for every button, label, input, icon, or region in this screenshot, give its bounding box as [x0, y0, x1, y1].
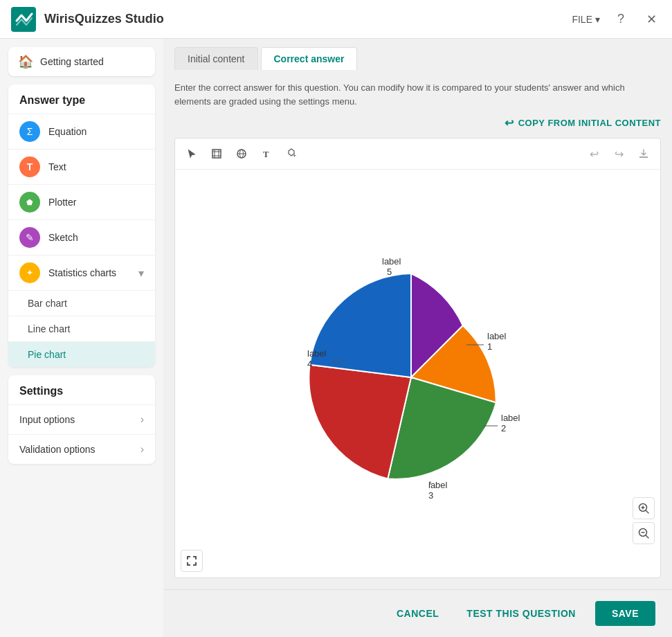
zoom-controls: [633, 497, 655, 544]
sidebar: 🏠 Getting started Answer type Σ Equation…: [0, 39, 163, 637]
bar-chart-label: Bar chart: [28, 298, 67, 309]
bar-chart-item[interactable]: Bar chart: [8, 290, 155, 316]
sketch-label: Sketch: [48, 232, 78, 243]
fullscreen-button[interactable]: [181, 550, 203, 572]
label1-text: label: [487, 331, 507, 341]
line-chart-label: Line chart: [28, 323, 70, 334]
statistics-chevron-icon: ▾: [138, 267, 144, 280]
save-button[interactable]: SAVE: [595, 601, 655, 626]
chart-canvas: label 1 label 2 label 3 label 4: [175, 170, 660, 577]
svg-text:+: +: [293, 152, 296, 159]
file-menu[interactable]: FILE ▾: [572, 14, 600, 25]
svg-rect-1: [212, 150, 221, 158]
zoom-out-button[interactable]: [633, 522, 655, 544]
sketch-icon: ✎: [19, 227, 40, 248]
file-menu-label: FILE: [572, 14, 592, 25]
footer: CANCEL TEST THIS QUESTION SAVE: [163, 589, 672, 637]
main-layout: 🏠 Getting started Answer type Σ Equation…: [0, 39, 672, 637]
svg-text:T: T: [263, 149, 269, 159]
label2-text: label: [501, 413, 520, 423]
label3-value: 3: [428, 490, 433, 501]
svg-line-22: [646, 535, 648, 538]
cancel-button[interactable]: CANCEL: [388, 602, 447, 625]
help-icon[interactable]: ?: [611, 10, 630, 29]
copy-from-label: COPY FROM INITIAL CONTENT: [518, 118, 661, 128]
svg-line-19: [646, 510, 648, 513]
tabs-bar: Initial content Correct answer: [163, 39, 672, 70]
answer-type-title: Answer type: [8, 84, 155, 114]
editor-area: Enter the correct answer for this questi…: [163, 70, 672, 589]
label5-value: 5: [387, 267, 392, 277]
editor-toolbar: T + ↩ ↪: [175, 138, 660, 170]
equation-icon: Σ: [19, 121, 40, 142]
insert-tool-button[interactable]: +: [280, 143, 302, 165]
validation-options-item[interactable]: Validation options ›: [8, 434, 155, 464]
answer-type-sketch[interactable]: ✎ Sketch: [8, 219, 155, 255]
redo-button[interactable]: ↪: [608, 143, 630, 165]
frame-tool-button[interactable]: [206, 143, 228, 165]
answer-type-section: Answer type Σ Equation T Text ⬟ Plotter …: [8, 84, 155, 367]
statistics-sub-items: Bar chart Line chart Pie chart: [8, 290, 155, 367]
input-options-chevron-icon: ›: [140, 413, 144, 426]
title-bar-right: FILE ▾ ? ✕: [572, 10, 661, 29]
editor-canvas: T + ↩ ↪: [174, 138, 661, 578]
home-icon: 🏠: [18, 54, 33, 69]
chevron-down-icon: ▾: [595, 14, 600, 25]
input-options-label: Input options: [19, 414, 75, 425]
label5-text: label: [382, 256, 401, 267]
copy-button-row: ↩ COPY FROM INITIAL CONTENT: [174, 116, 661, 129]
answer-type-equation[interactable]: Σ Equation: [8, 114, 155, 149]
plotter-label: Plotter: [48, 197, 76, 208]
logo-icon: [11, 7, 36, 32]
app-title: WirisQuizzes Studio: [44, 12, 164, 26]
text-icon: T: [19, 156, 40, 177]
tab-correct-answer-label: Correct answer: [274, 53, 345, 64]
statistics-label: Statistics charts: [48, 267, 116, 278]
home-label: Getting started: [40, 56, 104, 67]
svg-rect-0: [11, 7, 36, 32]
slice-label5: [309, 273, 410, 377]
label3-text: label: [428, 480, 448, 490]
settings-section: Settings Input options › Validation opti…: [8, 375, 155, 464]
globe-tool-button[interactable]: [230, 143, 253, 165]
answer-type-plotter[interactable]: ⬟ Plotter: [8, 184, 155, 219]
label2-value: 2: [501, 423, 506, 433]
statistics-left: ✦ Statistics charts: [19, 262, 116, 283]
tab-correct-answer[interactable]: Correct answer: [261, 47, 358, 70]
instruction-text: Enter the correct answer for this questi…: [174, 81, 661, 108]
label4-text: label: [307, 348, 327, 359]
content-area: Initial content Correct answer Enter the…: [163, 39, 672, 637]
equation-label: Equation: [48, 126, 87, 137]
copy-from-initial-content-button[interactable]: ↩ COPY FROM INITIAL CONTENT: [505, 116, 661, 129]
undo-button[interactable]: ↩: [583, 143, 605, 165]
tab-initial-content[interactable]: Initial content: [174, 47, 258, 70]
pie-chart-svg: label 1 label 2 label 3 label 4: [252, 242, 584, 505]
text-tool-button[interactable]: T: [255, 143, 278, 165]
close-icon[interactable]: ✕: [642, 10, 661, 29]
validation-options-chevron-icon: ›: [140, 443, 144, 456]
line-chart-item[interactable]: Line chart: [8, 316, 155, 341]
zoom-in-button[interactable]: [633, 497, 655, 519]
test-question-button[interactable]: TEST THIS QUESTION: [458, 602, 584, 625]
home-button[interactable]: 🏠 Getting started: [8, 47, 155, 76]
copy-icon: ↩: [505, 116, 514, 129]
tab-initial-content-label: Initial content: [188, 53, 245, 64]
pie-chart-label: Pie chart: [28, 349, 66, 360]
title-bar-left: WirisQuizzes Studio: [11, 7, 164, 32]
pie-chart-item[interactable]: Pie chart: [8, 341, 155, 367]
text-label: Text: [48, 161, 66, 172]
input-options-item[interactable]: Input options ›: [8, 404, 155, 434]
download-button[interactable]: [633, 143, 655, 165]
answer-type-text[interactable]: T Text: [8, 149, 155, 184]
title-bar: WirisQuizzes Studio FILE ▾ ? ✕: [0, 0, 672, 39]
statistics-icon: ✦: [19, 262, 40, 283]
label4-value: 4: [307, 359, 312, 369]
settings-title: Settings: [8, 375, 155, 404]
validation-options-label: Validation options: [19, 444, 95, 455]
cursor-tool-button[interactable]: [181, 143, 203, 165]
label1-value: 1: [487, 341, 492, 352]
plotter-icon: ⬟: [19, 192, 40, 213]
answer-type-statistics[interactable]: ✦ Statistics charts ▾: [8, 255, 155, 290]
